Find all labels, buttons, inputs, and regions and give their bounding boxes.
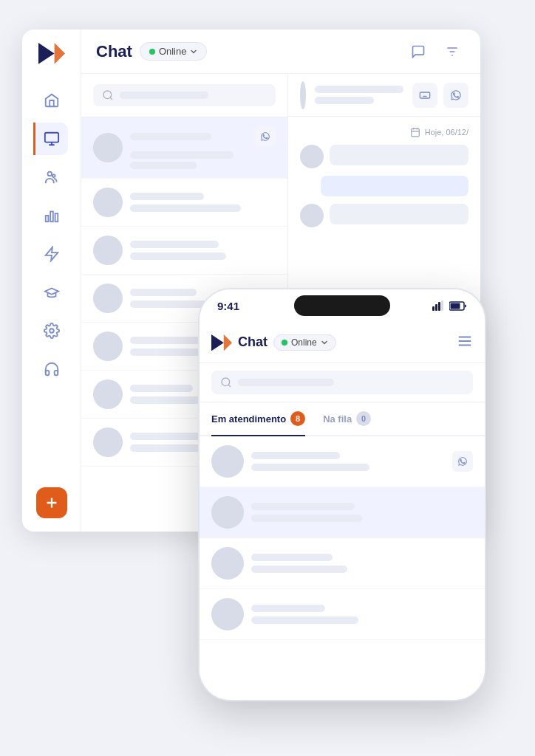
sidebar <box>22 30 81 532</box>
svg-rect-24 <box>438 302 440 311</box>
phone-avatar <box>211 547 244 580</box>
signal-icon <box>432 300 446 311</box>
chat-info <box>130 126 276 169</box>
calendar-icon <box>410 127 420 137</box>
svg-rect-27 <box>451 303 460 309</box>
header-actions <box>405 38 466 65</box>
svg-rect-18 <box>411 128 419 137</box>
sidebar-item-chat[interactable] <box>33 123 68 155</box>
msg-skeleton <box>130 252 226 260</box>
chat-info <box>130 241 276 260</box>
search-input[interactable] <box>93 84 276 106</box>
tab-em-atendimento-count: 8 <box>290 411 305 426</box>
notifications-button[interactable] <box>405 38 432 65</box>
phone-avatar <box>211 598 244 630</box>
phone-status-badge[interactable]: Online <box>273 334 336 351</box>
tab-em-atendimento[interactable]: Em atendimento 8 <box>211 402 305 436</box>
svg-marker-29 <box>224 334 232 351</box>
phone-chat-item[interactable] <box>200 589 485 640</box>
hamburger-icon <box>457 333 473 349</box>
chat-item[interactable] <box>81 179 287 227</box>
svg-point-33 <box>222 378 230 386</box>
phone-chat-item[interactable] <box>200 436 485 487</box>
phone-content: Chat Online <box>200 322 485 700</box>
svg-rect-23 <box>435 304 437 311</box>
detail-actions <box>412 83 468 108</box>
avatar <box>93 427 123 457</box>
phone-chat-item[interactable] <box>200 538 485 589</box>
chat-item[interactable] <box>81 117 287 179</box>
svg-marker-0 <box>38 43 55 64</box>
keyboard-button[interactable] <box>412 83 437 108</box>
wa-detail-icon <box>450 89 462 101</box>
msg-avatar <box>300 204 324 227</box>
sidebar-item-academy[interactable] <box>35 276 68 309</box>
phone-chat-item[interactable] <box>200 487 485 538</box>
svg-rect-2 <box>44 133 58 142</box>
status-dot <box>149 49 155 55</box>
avatar <box>93 236 123 265</box>
avatar <box>93 331 123 361</box>
svg-marker-28 <box>211 334 224 351</box>
svg-rect-25 <box>441 300 443 311</box>
phone-search <box>200 363 485 402</box>
sidebar-item-home[interactable] <box>35 84 68 117</box>
date-label: Hoje, 06/12/ <box>425 128 468 137</box>
phone-page-title: Chat <box>238 334 268 350</box>
message-bubble <box>330 204 468 224</box>
msg-skeleton <box>130 205 241 212</box>
battery-icon <box>449 301 467 311</box>
app-header: Chat Online <box>81 30 480 74</box>
message-bubble <box>330 145 468 165</box>
avatar <box>93 379 123 409</box>
message-row <box>300 145 468 168</box>
phone-name-skeleton <box>251 503 355 510</box>
date-divider: Hoje, 06/12/ <box>300 127 468 137</box>
contact-status-skeleton <box>315 97 374 104</box>
msg-skeleton <box>130 151 234 159</box>
phone-chevron-icon <box>321 339 328 346</box>
phone-status-label: Online <box>291 337 317 348</box>
name-skeleton <box>130 241 219 248</box>
phone-name-skeleton <box>251 452 340 459</box>
wa-icon <box>457 456 468 467</box>
phone-search-input[interactable] <box>211 371 473 394</box>
phone-msg-skeleton <box>251 566 347 573</box>
search-area <box>81 74 287 117</box>
sidebar-item-analytics[interactable] <box>35 199 68 232</box>
sidebar-item-support[interactable] <box>35 353 68 385</box>
whatsapp-button[interactable] <box>443 83 468 108</box>
phone-avatar <box>211 445 244 478</box>
app-logo <box>38 43 65 63</box>
phone-msg-skeleton <box>251 515 362 522</box>
tab-na-fila[interactable]: Na fila 0 <box>323 402 371 435</box>
sidebar-item-settings[interactable] <box>35 315 68 347</box>
phone-avatar <box>211 496 244 529</box>
status-label: Online <box>159 46 187 57</box>
phone-menu-button[interactable] <box>457 333 473 352</box>
status-badge[interactable]: Online <box>140 42 208 61</box>
msg-skeleton-2 <box>130 162 197 169</box>
phone-chat-info <box>251 605 473 624</box>
phone-notch <box>294 295 390 316</box>
sidebar-item-automation[interactable] <box>35 238 68 270</box>
chat-item[interactable] <box>81 227 287 275</box>
fab-button[interactable] <box>36 487 67 518</box>
phone-msg-skeleton <box>251 464 369 471</box>
search-skeleton <box>120 92 208 99</box>
sidebar-nav <box>35 84 68 475</box>
sidebar-item-contacts[interactable] <box>35 161 68 193</box>
svg-marker-8 <box>45 247 58 261</box>
tab-na-fila-label: Na fila <box>323 413 352 425</box>
chevron-down-icon <box>190 48 197 55</box>
whatsapp-icon <box>255 126 276 147</box>
name-skeleton <box>130 385 193 392</box>
svg-marker-1 <box>54 43 64 64</box>
phone-tabs: Em atendimento 8 Na fila 0 <box>200 402 485 436</box>
svg-point-15 <box>103 91 112 99</box>
filter-button[interactable] <box>439 38 466 65</box>
name-skeleton <box>130 133 211 140</box>
tab-na-fila-count: 0 <box>356 411 371 426</box>
svg-rect-6 <box>50 212 53 222</box>
phone-name-skeleton <box>251 605 325 612</box>
